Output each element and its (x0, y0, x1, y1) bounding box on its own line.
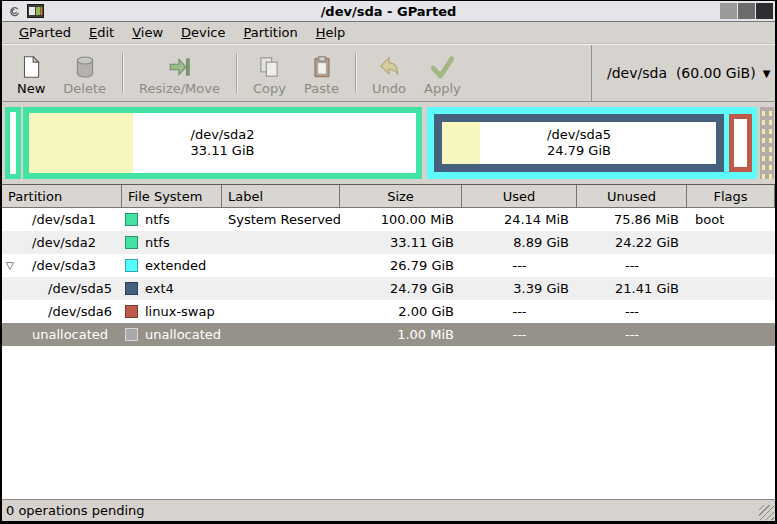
pending-operations-text: 0 operations pending (6, 503, 145, 518)
table-row[interactable]: /dev/sda1 ntfs System Reserved 100.00 Mi… (2, 208, 775, 231)
window-controls (720, 3, 773, 19)
minimize-button[interactable] (720, 3, 737, 19)
undo-icon (376, 54, 402, 80)
table-header: Partition File System Label Size Used Un… (2, 185, 775, 208)
statusbar: 0 operations pending (2, 499, 775, 521)
toolbar-separator (236, 53, 237, 93)
apply-icon (429, 54, 455, 80)
gparted-window: /dev/sda - GParted GParted Edit View Dev… (0, 0, 777, 524)
new-partition-icon (18, 54, 44, 80)
menubar: GParted Edit View Device Partition Help (2, 22, 775, 44)
table-row[interactable]: /dev/sda6 linux-swap 2.00 GiB --- --- (2, 300, 775, 323)
copy-icon (256, 54, 282, 80)
filesystem-color-swatch (125, 328, 138, 341)
titlebar-icons (7, 4, 44, 19)
visual-segment-extended[interactable]: /dev/sda5 24.79 GiB (427, 107, 757, 179)
menu-partition[interactable]: Partition (235, 23, 307, 42)
column-header-unused[interactable]: Unused (577, 185, 687, 208)
visual-segment-sda2[interactable]: /dev/sda2 33.11 GiB (23, 107, 422, 179)
undo-button[interactable]: Undo (363, 47, 415, 99)
column-header-size[interactable]: Size (340, 185, 462, 208)
new-button[interactable]: New (8, 47, 54, 99)
maximize-button[interactable] (738, 3, 755, 19)
segment-label: /dev/sda2 33.11 GiB (29, 113, 416, 173)
apply-button[interactable]: Apply (415, 47, 470, 99)
gparted-app-icon (27, 4, 44, 18)
copy-button[interactable]: Copy (244, 47, 295, 99)
visual-segment-sda6[interactable] (729, 114, 752, 172)
filesystem-color-swatch (125, 236, 138, 249)
column-header-label[interactable]: Label (222, 185, 340, 208)
paste-button[interactable]: Paste (295, 47, 348, 99)
table-row[interactable]: /dev/sda5 ext4 24.79 GiB 3.39 GiB 21.41 … (2, 277, 775, 300)
resize-move-icon (167, 54, 193, 80)
close-button[interactable] (756, 3, 773, 19)
titlebar[interactable]: /dev/sda - GParted (2, 1, 775, 22)
device-selector[interactable]: /dev/sda (60.00 GiB) ▼ (591, 45, 775, 101)
column-header-filesystem[interactable]: File System (122, 185, 222, 208)
filesystem-color-swatch (125, 305, 138, 318)
expander-icon[interactable]: ▽ (6, 260, 14, 271)
menu-help[interactable]: Help (307, 23, 355, 42)
resize-move-button[interactable]: Resize/Move (130, 47, 229, 99)
delete-button[interactable]: Delete (54, 47, 115, 99)
visual-segment-sda1[interactable] (5, 107, 21, 179)
paste-icon (309, 54, 335, 80)
column-header-partition[interactable]: Partition (2, 185, 122, 208)
dropdown-arrow-icon[interactable]: ▼ (756, 68, 777, 79)
filesystem-color-swatch (125, 282, 138, 295)
toolbar-separator (355, 53, 356, 93)
menu-device[interactable]: Device (172, 23, 234, 42)
visual-segment-unallocated-selected[interactable] (760, 107, 774, 179)
table-row-selected[interactable]: unallocated unallocated 1.00 MiB --- --- (2, 323, 775, 346)
disk-visual-bar: /dev/sda2 33.11 GiB /dev/sda5 24.79 GiB (2, 102, 775, 184)
toolbar: New Delete Resize/Move Copy (2, 44, 775, 102)
visual-segment-sda5[interactable]: /dev/sda5 24.79 GiB (434, 114, 724, 172)
resize-grip[interactable] (759, 505, 774, 520)
column-header-used[interactable]: Used (462, 185, 577, 208)
device-selector-value: /dev/sda (60.00 GiB) (607, 65, 756, 81)
segment-label: /dev/sda5 24.79 GiB (442, 122, 716, 164)
filesystem-color-swatch (125, 213, 138, 226)
debian-swirl-icon (7, 4, 22, 19)
menu-gparted[interactable]: GParted (10, 23, 80, 42)
filesystem-color-swatch (125, 259, 138, 272)
menu-view[interactable]: View (123, 23, 172, 42)
menu-edit[interactable]: Edit (80, 23, 123, 42)
delete-partition-icon (72, 54, 98, 80)
column-header-flags[interactable]: Flags (687, 185, 775, 208)
partition-table: Partition File System Label Size Used Un… (2, 184, 775, 499)
table-row[interactable]: /dev/sda2 ntfs 33.11 GiB 8.89 GiB 24.22 … (2, 231, 775, 254)
table-row[interactable]: ▽/dev/sda3 extended 26.79 GiB --- --- (2, 254, 775, 277)
toolbar-separator (122, 53, 123, 93)
window-title: /dev/sda - GParted (2, 4, 775, 19)
